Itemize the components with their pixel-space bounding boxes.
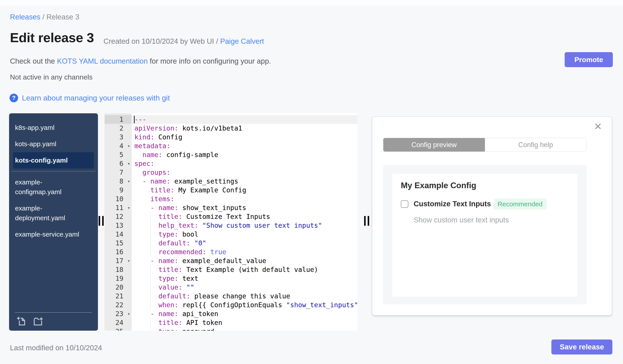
code-line-8[interactable]: - name: example_settings bbox=[132, 177, 357, 186]
code-token bbox=[134, 327, 158, 331]
resize-bar bbox=[99, 216, 100, 226]
code-token: Customize Text Inputs bbox=[182, 213, 270, 221]
close-icon[interactable]: ✕ bbox=[594, 122, 602, 131]
code-line-23[interactable]: - name: api_token bbox=[132, 309, 357, 318]
sidebar-item-example-deployment.yaml[interactable]: example-deployment.yaml bbox=[13, 200, 94, 226]
new-folder-icon[interactable] bbox=[33, 316, 43, 326]
code-line-15[interactable]: default: "0" bbox=[132, 239, 357, 248]
code-line-10[interactable]: items: bbox=[132, 195, 357, 203]
gutter-line-19[interactable]: 19 bbox=[105, 274, 131, 283]
gutter-line-11[interactable]: 11▾ bbox=[105, 203, 131, 212]
config-group-title: My Example Config bbox=[401, 181, 569, 190]
fold-arrow-icon[interactable]: ▾ bbox=[127, 203, 130, 212]
fold-arrow-icon[interactable]: ▾ bbox=[127, 142, 130, 150]
gutter-line-7[interactable]: 7 bbox=[105, 168, 131, 177]
gutter-line-24[interactable]: 24 bbox=[105, 318, 131, 327]
code-token: show_text_inputs bbox=[178, 204, 246, 212]
gutter-line-6[interactable]: 6▾ bbox=[105, 159, 131, 168]
config-preview-panel: ✕ Config preview Config help My Example … bbox=[372, 117, 612, 315]
gutter-line-20[interactable]: 20 bbox=[105, 283, 131, 292]
code-line-2[interactable]: apiVersion: kots.io/v1beta1 bbox=[132, 124, 357, 133]
gutter-line-12[interactable]: 12 bbox=[105, 212, 131, 221]
author-link[interactable]: Paige Calvert bbox=[220, 37, 264, 45]
gutter-line-22[interactable]: 22 bbox=[105, 301, 131, 309]
code-line-6[interactable]: spec: bbox=[132, 159, 357, 168]
indent-guide bbox=[150, 318, 151, 327]
gutter-line-8[interactable]: 8▾ bbox=[105, 177, 131, 186]
gutter-line-15[interactable]: 15 bbox=[105, 239, 131, 248]
code-token bbox=[134, 239, 158, 247]
code-line-19[interactable]: type: text bbox=[132, 274, 357, 283]
page-title: Edit release 3 bbox=[10, 30, 94, 45]
gutter-line-25[interactable]: 25 bbox=[105, 327, 131, 331]
gutter-line-18[interactable]: 18 bbox=[105, 265, 131, 274]
code-line-11[interactable]: - name: show_text_inputs bbox=[132, 203, 357, 212]
gutter-line-16[interactable]: 16 bbox=[105, 248, 131, 256]
sidebar-item-k8s-app.yaml[interactable]: k8s-app.yaml bbox=[13, 120, 94, 136]
code-line-3[interactable]: kind: Config bbox=[132, 133, 357, 142]
code-line-14[interactable]: type: bool bbox=[132, 230, 357, 239]
channel-status-text: Not active in any channels bbox=[10, 73, 93, 81]
breadcrumb-releases-link[interactable]: Releases bbox=[10, 13, 41, 21]
gutter-line-3[interactable]: 3 bbox=[105, 133, 131, 142]
new-file-icon[interactable] bbox=[17, 316, 27, 326]
resize-bar bbox=[368, 216, 369, 226]
code-line-24[interactable]: title: API token bbox=[132, 318, 357, 327]
yaml-editor[interactable]: 1234▾56▾78▾91011▾121314151617▾1819202122… bbox=[105, 113, 357, 331]
code-line-13[interactable]: help_text: "Show custom user text inputs… bbox=[132, 221, 357, 230]
code-token bbox=[134, 275, 158, 282]
sidebar-item-example-configmap.yaml[interactable]: example-configmap.yaml bbox=[13, 174, 94, 200]
gutter-line-2[interactable]: 2 bbox=[105, 124, 131, 133]
code-token: - bbox=[150, 257, 158, 265]
code-token: default: bbox=[158, 239, 190, 247]
code-line-12[interactable]: title: Customize Text Inputs bbox=[132, 212, 357, 221]
sidebar-resize-handle[interactable] bbox=[99, 216, 104, 226]
git-help-link[interactable]: ? Learn about managing your releases wit… bbox=[9, 94, 170, 102]
docs-prefix: Check out the bbox=[10, 57, 57, 65]
code-token bbox=[134, 319, 158, 326]
code-token bbox=[134, 222, 158, 229]
sidebar-item-kots-app.yaml[interactable]: kots-app.yaml bbox=[13, 136, 94, 152]
gutter-line-1[interactable]: 1 bbox=[105, 115, 131, 124]
code-line-1[interactable]: --- bbox=[132, 115, 357, 124]
fold-arrow-icon[interactable]: ▾ bbox=[127, 256, 130, 265]
gutter-line-21[interactable]: 21 bbox=[105, 292, 131, 301]
tab-config-preview[interactable]: Config preview bbox=[383, 138, 485, 152]
gutter-line-5[interactable]: 5 bbox=[105, 150, 131, 159]
code-line-4[interactable]: metadata: bbox=[132, 142, 357, 150]
gutter-line-17[interactable]: 17▾ bbox=[105, 256, 131, 265]
code-token bbox=[206, 248, 210, 256]
gutter-line-23[interactable]: 23▾ bbox=[105, 309, 131, 318]
panel-resize-handle[interactable] bbox=[364, 216, 369, 226]
fold-arrow-icon[interactable]: ▾ bbox=[127, 177, 130, 186]
code-line-17[interactable]: - name: example_default_value bbox=[132, 256, 357, 265]
customize-text-inputs-checkbox[interactable] bbox=[401, 200, 408, 208]
fold-arrow-icon[interactable]: ▾ bbox=[127, 309, 130, 318]
code-line-20[interactable]: value: "" bbox=[132, 283, 357, 292]
save-release-button[interactable]: Save release bbox=[551, 340, 612, 355]
gutter-line-13[interactable]: 13 bbox=[105, 221, 131, 230]
sidebar-item-kots-config.yaml[interactable]: kots-config.yaml bbox=[13, 152, 94, 168]
code-token: - bbox=[142, 177, 150, 185]
code-line-18[interactable]: title: Text Example (with default value) bbox=[132, 265, 357, 274]
gutter-line-9[interactable]: 9 bbox=[105, 186, 131, 195]
code-line-5[interactable]: name: config-sample bbox=[132, 150, 357, 159]
code-token bbox=[134, 266, 158, 273]
code-token bbox=[134, 257, 150, 265]
sidebar-item-example-service.yaml[interactable]: example-service.yaml bbox=[13, 226, 94, 243]
code-token: groups: bbox=[142, 168, 170, 176]
editor-code-area[interactable]: ---apiVersion: kots.io/v1beta1kind: Conf… bbox=[132, 113, 357, 331]
code-line-25[interactable]: type: password bbox=[132, 327, 357, 331]
tab-config-help[interactable]: Config help bbox=[485, 138, 586, 152]
code-line-7[interactable]: groups: bbox=[132, 168, 357, 177]
gutter-line-14[interactable]: 14 bbox=[105, 230, 131, 239]
fold-arrow-icon[interactable]: ▾ bbox=[127, 159, 130, 168]
code-line-21[interactable]: default: please change this value bbox=[132, 292, 357, 301]
kots-yaml-docs-link[interactable]: KOTS YAML documentation bbox=[57, 57, 148, 65]
code-line-22[interactable]: when: repl{{ ConfigOptionEquals "show_te… bbox=[132, 301, 357, 309]
gutter-line-10[interactable]: 10 bbox=[105, 195, 131, 203]
code-line-16[interactable]: recommended: true bbox=[132, 248, 357, 256]
code-line-9[interactable]: title: My Example Config bbox=[132, 186, 357, 195]
promote-button[interactable]: Promote bbox=[565, 52, 613, 67]
gutter-line-4[interactable]: 4▾ bbox=[105, 142, 131, 150]
